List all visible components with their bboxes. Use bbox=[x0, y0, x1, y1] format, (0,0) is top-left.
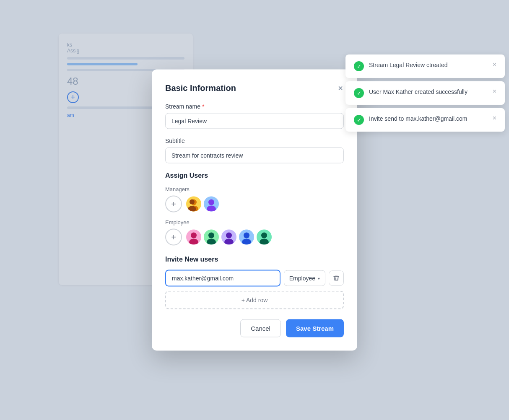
stream-name-input[interactable] bbox=[165, 113, 344, 129]
svg-point-4 bbox=[208, 200, 214, 205]
toast-message-1: Stream Legal Review ctreated bbox=[369, 62, 448, 68]
svg-point-14 bbox=[261, 233, 267, 239]
required-star: * bbox=[202, 103, 204, 110]
trash-icon bbox=[333, 275, 340, 282]
invite-new-users-section: Invite New users Employee ▾ + Add row bbox=[165, 256, 344, 309]
role-select-dropdown[interactable]: Employee ▾ bbox=[284, 270, 325, 286]
save-stream-button[interactable]: Save Stream bbox=[286, 319, 344, 337]
chevron-down-icon: ▾ bbox=[318, 276, 320, 280]
cancel-button[interactable]: Cancel bbox=[240, 319, 281, 337]
stream-name-field: Stream name * bbox=[165, 103, 344, 129]
svg-point-8 bbox=[208, 233, 214, 239]
employee-avatar-5 bbox=[256, 229, 273, 246]
add-employee-button[interactable]: + bbox=[165, 229, 182, 246]
manager-avatar-1 bbox=[185, 196, 202, 213]
svg-point-6 bbox=[191, 233, 197, 239]
svg-point-15 bbox=[260, 239, 269, 245]
modal-header: Basic Information × bbox=[165, 83, 344, 93]
toast-container: ✓ Stream Legal Review ctreated × ✓ User … bbox=[345, 54, 505, 132]
toast-content-2: User Max Kather created successfully bbox=[369, 88, 488, 96]
toast-message-2: User Max Kather created successfully bbox=[369, 88, 467, 95]
svg-point-2 bbox=[190, 200, 195, 205]
managers-avatar-row: + bbox=[165, 196, 344, 213]
toast-message-3: Invite send to max.kather@gmail.com bbox=[369, 115, 467, 122]
toast-close-button-3[interactable]: × bbox=[493, 115, 496, 122]
invite-row: Employee ▾ bbox=[165, 270, 344, 287]
employee-avatar-3 bbox=[221, 229, 237, 246]
svg-point-10 bbox=[226, 233, 232, 239]
modal-footer: Cancel Save Stream bbox=[165, 319, 344, 337]
employee-avatar-row: + bbox=[165, 229, 344, 246]
subtitle-label: Subtitle bbox=[165, 137, 344, 144]
assign-users-section: Assign Users Managers + bbox=[165, 172, 344, 246]
toast-success-icon-2: ✓ bbox=[354, 88, 364, 98]
employee-avatar-1 bbox=[185, 229, 202, 246]
managers-label: Managers bbox=[165, 186, 344, 192]
toast-2: ✓ User Max Kather created successfully × bbox=[345, 81, 505, 105]
manager-avatar-2 bbox=[203, 196, 220, 213]
toast-close-button-2[interactable]: × bbox=[493, 88, 496, 95]
subtitle-field: Subtitle bbox=[165, 137, 344, 163]
basic-information-modal: Basic Information × Stream name * Subtit… bbox=[152, 70, 357, 351]
employee-avatar-4 bbox=[238, 229, 255, 246]
invite-email-input[interactable] bbox=[165, 270, 280, 287]
modal-close-button[interactable]: × bbox=[337, 83, 344, 93]
add-manager-button[interactable]: + bbox=[165, 196, 182, 213]
svg-point-9 bbox=[207, 239, 216, 245]
invite-heading: Invite New users bbox=[165, 256, 344, 263]
subtitle-input[interactable] bbox=[165, 148, 344, 163]
role-select-value: Employee bbox=[289, 275, 315, 282]
toast-success-icon-3: ✓ bbox=[354, 115, 364, 125]
modal-title: Basic Information bbox=[165, 83, 236, 93]
toast-1: ✓ Stream Legal Review ctreated × bbox=[345, 54, 505, 78]
svg-point-12 bbox=[244, 233, 249, 239]
delete-row-button[interactable] bbox=[329, 271, 344, 286]
svg-point-7 bbox=[189, 239, 198, 245]
add-row-button[interactable]: + Add row bbox=[165, 291, 344, 309]
stream-name-label: Stream name * bbox=[165, 103, 344, 110]
assign-users-heading: Assign Users bbox=[165, 172, 344, 179]
toast-content-3: Invite send to max.kather@gmail.com bbox=[369, 115, 488, 123]
employee-group: Employee + bbox=[165, 219, 344, 246]
svg-point-13 bbox=[242, 239, 251, 245]
toast-close-button-1[interactable]: × bbox=[493, 61, 496, 68]
employee-label: Employee bbox=[165, 219, 344, 226]
svg-point-11 bbox=[224, 239, 234, 245]
toast-3: ✓ Invite send to max.kather@gmail.com × bbox=[345, 108, 505, 132]
svg-point-5 bbox=[207, 206, 216, 212]
employee-avatar-2 bbox=[203, 229, 220, 246]
toast-success-icon-1: ✓ bbox=[354, 61, 364, 71]
toast-content-1: Stream Legal Review ctreated bbox=[369, 61, 488, 70]
managers-group: Managers + bbox=[165, 186, 344, 213]
